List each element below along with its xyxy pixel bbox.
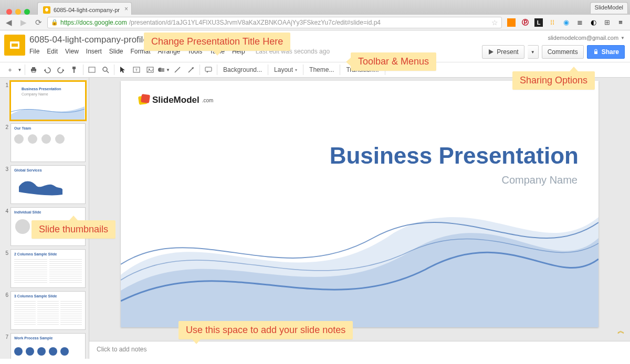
image-tool[interactable]	[143, 63, 157, 77]
ext-icon-2[interactable]: ⁞⁞	[548, 18, 556, 27]
svg-rect-1	[12, 44, 18, 47]
slide-title[interactable]: Business Presentation	[330, 143, 579, 169]
menu-insert[interactable]: Insert	[86, 48, 102, 55]
svg-rect-5	[32, 67, 35, 69]
thumb-num: 2	[1, 123, 10, 162]
callout-toolbar: Toolbar & Menus	[351, 52, 436, 71]
tab-title: 6085-04-light-company-pr	[54, 7, 120, 13]
svg-marker-8	[62, 69, 64, 72]
menu-edit[interactable]: Edit	[47, 48, 58, 55]
undo-button[interactable]	[40, 63, 54, 77]
comment-tool[interactable]	[202, 63, 215, 77]
background-button[interactable]: Background...	[219, 63, 266, 77]
thumb-6[interactable]: 3 Columns Sample Slide	[10, 291, 86, 330]
callout-thumbs: Slide thumbnails	[32, 220, 116, 239]
url-domain: https://docs.google.com	[60, 19, 127, 26]
thumb-num: 3	[1, 165, 10, 204]
thumb-7[interactable]: Work Process Sample	[10, 333, 86, 359]
browser-chrome: 6085-04-light-company-pr × SlideModel ◀ …	[0, 0, 630, 30]
chrome-icon[interactable]: ◐	[589, 18, 597, 27]
svg-rect-9	[72, 67, 76, 69]
zoom-fit-button[interactable]	[85, 63, 99, 77]
print-button[interactable]	[27, 63, 40, 77]
svg-rect-10	[74, 69, 75, 73]
menu-slide[interactable]: Slide	[109, 48, 123, 55]
address-bar: ◀ ▶ ⟳ 🔒 https://docs.google.com/presenta…	[0, 15, 630, 30]
thumb-5[interactable]: 2 Columns Sample Slide	[10, 249, 86, 288]
menu-view[interactable]: View	[65, 48, 79, 55]
collapse-notes-icon[interactable]: ︽	[617, 326, 625, 336]
svg-rect-11	[89, 67, 95, 72]
present-button[interactable]: Present	[482, 45, 524, 59]
present-dropdown-button[interactable]: ▼	[528, 45, 539, 59]
account-dropdown-icon: ▼	[621, 36, 625, 40]
svg-line-21	[175, 67, 180, 72]
callout-sharing: Sharing Options	[512, 71, 595, 90]
thumb-num: 1	[1, 81, 10, 120]
chrome-menu-icon[interactable]: ≡	[616, 18, 625, 27]
svg-point-12	[103, 67, 107, 71]
minimize-window-button[interactable]	[15, 9, 21, 15]
forward-button[interactable]: ▶	[18, 17, 29, 28]
shape-tool[interactable]: ▼	[157, 63, 171, 77]
ext-icon-4[interactable]: ⊞	[603, 18, 611, 27]
thumb-2[interactable]: Our Team	[10, 123, 86, 162]
svg-marker-14	[120, 67, 125, 73]
svg-rect-20	[161, 68, 164, 72]
thumb-num: 7	[1, 333, 10, 359]
svg-marker-2	[489, 49, 494, 55]
zoom-button[interactable]	[99, 63, 112, 77]
title-base: 6085-04-light-company-profile	[29, 35, 148, 45]
lock-icon	[593, 49, 599, 55]
textbox-tool[interactable]: T	[130, 63, 143, 77]
browser-tab[interactable]: 6085-04-light-company-pr ×	[37, 2, 132, 15]
thumb-3[interactable]: Global Services	[10, 165, 86, 204]
reload-button[interactable]: ⟳	[33, 17, 44, 28]
logo-text: SlideModel	[152, 95, 200, 105]
slides-logo[interactable]	[4, 35, 25, 56]
account-email[interactable]: slidemodelcom@gmail.com ▼	[548, 35, 625, 41]
share-button[interactable]: Share	[587, 45, 625, 59]
select-tool[interactable]	[116, 63, 130, 77]
back-button[interactable]: ◀	[3, 17, 15, 28]
new-slide-button[interactable]: ＋	[3, 63, 17, 77]
ext-icon-1[interactable]	[507, 18, 516, 27]
arrow-tool[interactable]	[184, 63, 198, 77]
close-window-button[interactable]	[6, 9, 12, 15]
window-controls	[3, 6, 34, 15]
new-slide-dropdown[interactable]: ▼	[17, 63, 23, 77]
slide-canvas[interactable]: SlideModel.com Business Presentation Com…	[121, 81, 598, 327]
extension-icons: ⓟ L ⁞⁞ ◉ ≣ ◐ ⊞ ≡	[505, 18, 627, 27]
share-label: Share	[602, 48, 619, 56]
ext-icon-3[interactable]: ◉	[562, 18, 570, 27]
slidemodel-logo: SlideModel.com	[139, 94, 213, 106]
callout-notes: Use this space to add your slide notes	[178, 321, 353, 339]
line-tool[interactable]	[171, 63, 184, 77]
lock-icon: 🔒	[51, 19, 58, 26]
close-tab-icon[interactable]: ×	[124, 5, 128, 13]
comments-button[interactable]: Comments	[542, 45, 584, 59]
thumb-num: 6	[1, 291, 10, 330]
url-field[interactable]: 🔒 https://docs.google.com/presentation/d…	[47, 17, 502, 28]
play-icon	[488, 49, 494, 55]
pinterest-icon[interactable]: ⓟ	[521, 18, 529, 27]
speaker-notes[interactable]: Click to add notes	[89, 341, 630, 359]
zoom-window-button[interactable]	[24, 9, 30, 15]
svg-line-13	[107, 71, 109, 73]
extension-tab[interactable]: SlideModel	[590, 2, 628, 14]
bookmark-star-icon[interactable]: ☆	[491, 18, 498, 27]
canvas-area: SlideModel.com Business Presentation Com…	[89, 78, 630, 359]
ext-icon-l[interactable]: L	[534, 18, 543, 27]
callout-title: Change Presentation Title Here	[144, 33, 290, 51]
thumb-num: 4	[1, 207, 10, 246]
url-path: /presentation/d/1aJG1YL4FlXU3SJrvmV8aKaX…	[129, 19, 381, 26]
layout-button[interactable]: Layout	[270, 63, 301, 77]
theme-button[interactable]: Theme...	[305, 63, 338, 77]
thumb-1[interactable]: Business Presentation Company Name	[10, 81, 86, 120]
account-email-text: slidemodelcom@gmail.com	[548, 35, 618, 41]
present-label: Present	[497, 48, 518, 56]
redo-button[interactable]	[54, 63, 68, 77]
paint-format-button[interactable]	[68, 63, 81, 77]
buffer-icon[interactable]: ≣	[575, 18, 584, 27]
menu-file[interactable]: File	[29, 48, 39, 55]
